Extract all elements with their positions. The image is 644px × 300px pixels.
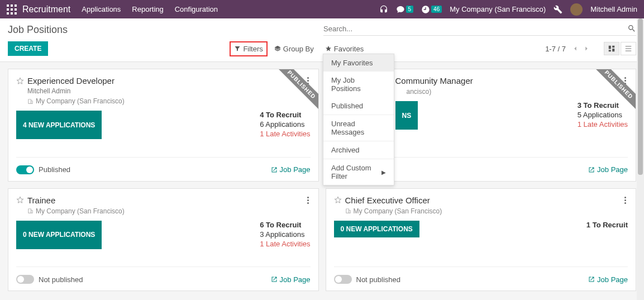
favorites-button[interactable]: Favorites	[325, 45, 364, 53]
building-icon	[345, 208, 351, 214]
new-applications-button[interactable]: 0 NEW APPLICATIONS	[16, 221, 102, 249]
published-toggle[interactable]	[334, 275, 352, 284]
job-page-link[interactable]: Job Page	[588, 275, 628, 284]
apps-icon[interactable]	[7, 4, 17, 15]
chevron-right-icon: ▶	[381, 169, 386, 175]
search-input[interactable]	[323, 25, 627, 33]
filters-dropdown: My Favorites My Job Positions Published …	[323, 54, 394, 185]
favorites-label: Favorites	[334, 45, 364, 53]
debug-icon[interactable]	[554, 5, 562, 14]
published-toggle[interactable]	[16, 275, 34, 284]
svg-rect-15	[626, 51, 632, 51]
filter-my-job-positions[interactable]: My Job Positions	[323, 72, 394, 97]
nav-applications[interactable]: Applications	[82, 5, 121, 13]
add-custom-filter-label: Add Custom Filter	[331, 164, 381, 180]
published-ribbon: PUBLISHED	[591, 69, 636, 114]
filter-published[interactable]: Published	[323, 97, 394, 115]
star-icon	[325, 45, 332, 52]
app-brand[interactable]: Recruitment	[22, 4, 70, 15]
late-activities-stat: 1 Late Activities	[578, 120, 628, 128]
filter-archived[interactable]: Archived	[323, 141, 394, 159]
job-company: My Company (San Francisco)	[27, 97, 306, 105]
layers-icon	[274, 45, 281, 52]
create-button[interactable]: CREATE	[8, 41, 48, 56]
job-card: Chief Executive Officer My Company (San …	[326, 188, 637, 292]
user-name[interactable]: Mitchell Admin	[590, 5, 637, 13]
to-recruit-stat: 6 To Recruit	[260, 221, 310, 229]
external-link-icon	[271, 276, 278, 283]
kanban-view-button[interactable]	[604, 42, 619, 55]
building-icon	[27, 98, 34, 104]
new-applications-button[interactable]: 4 NEW APPLICATIONS	[16, 111, 102, 139]
pager-prev[interactable]	[571, 45, 579, 53]
filters-label: Filters	[243, 45, 263, 53]
pager-next[interactable]	[583, 45, 590, 53]
activity-icon[interactable]: 46	[421, 5, 442, 14]
external-link-icon	[271, 166, 278, 173]
job-card: Trainee My Company (San Francisco) 0 NEW…	[8, 188, 319, 292]
filters-button[interactable]: Filters	[230, 41, 267, 56]
svg-rect-13	[626, 46, 632, 46]
filter-unread-messages[interactable]: Unread Messages	[323, 115, 394, 141]
job-page-link[interactable]: Job Page	[588, 165, 628, 174]
activity-badge: 46	[431, 6, 442, 13]
funnel-icon	[234, 45, 241, 52]
messages-icon[interactable]: 5	[396, 5, 414, 14]
card-more-button[interactable]	[306, 196, 311, 215]
scrollbar-thumb[interactable]	[638, 18, 643, 175]
svg-rect-6	[7, 12, 9, 15]
job-page-link[interactable]: Job Page	[271, 275, 311, 284]
pager-text[interactable]: 1-7 / 7	[545, 45, 566, 53]
groupby-button[interactable]: Group By	[274, 45, 314, 53]
search-icon[interactable]	[627, 24, 636, 33]
add-custom-filter[interactable]: Add Custom Filter ▶	[323, 159, 394, 185]
nav-reporting[interactable]: Reporting	[132, 5, 163, 13]
nav-right: 5 46 My Company (San Francisco) Mitchell…	[379, 3, 637, 16]
list-view-button[interactable]	[621, 42, 636, 55]
job-card: PUBLISHED Experienced Developer Mitchell…	[8, 69, 319, 182]
svg-rect-1	[11, 4, 13, 7]
job-title[interactable]: Trainee	[27, 196, 55, 205]
new-applications-button[interactable]: NS	[395, 101, 418, 130]
job-company: My Company (San Francisco)	[345, 207, 624, 215]
late-activities-stat: 1 Late Activities	[260, 240, 310, 248]
nav-links: Applications Reporting Configuration	[82, 5, 218, 13]
job-owner: Mitchell Admin	[27, 87, 306, 95]
to-recruit-stat: 1 To Recruit	[586, 221, 628, 229]
svg-rect-5	[15, 8, 17, 11]
svg-rect-3	[7, 8, 9, 11]
messages-badge: 5	[406, 6, 414, 13]
groupby-label: Group By	[283, 45, 314, 53]
job-title[interactable]: Experienced Developer	[27, 76, 115, 85]
svg-rect-11	[609, 50, 611, 51]
support-icon[interactable]	[379, 5, 388, 14]
svg-rect-12	[612, 49, 614, 51]
filter-my-favorites[interactable]: My Favorites	[323, 54, 394, 72]
svg-rect-9	[609, 46, 611, 49]
applications-stat: 3 Applications	[260, 230, 310, 239]
nav-configuration[interactable]: Configuration	[175, 5, 218, 13]
external-link-icon	[588, 276, 595, 283]
published-toggle[interactable]	[16, 165, 34, 174]
favorite-star-icon[interactable]	[16, 77, 24, 85]
building-icon	[27, 208, 34, 214]
svg-rect-7	[11, 12, 13, 15]
favorite-star-icon[interactable]	[16, 196, 24, 204]
favorite-star-icon[interactable]	[334, 196, 342, 204]
published-label: Not published	[356, 275, 401, 284]
page-title: Job Positions	[8, 24, 68, 36]
top-nav: Recruitment Applications Reporting Confi…	[0, 0, 644, 18]
avatar[interactable]	[570, 3, 583, 16]
new-applications-button[interactable]: 0 NEW APPLICATIONS	[334, 221, 419, 237]
toolbar: Job Positions CREATE Filters Group By Fa…	[0, 18, 644, 62]
svg-rect-2	[15, 4, 17, 7]
job-title[interactable]: Chief Executive Officer	[345, 196, 430, 205]
card-more-button[interactable]	[623, 196, 628, 215]
job-company: My Company (San Francisco)	[27, 207, 306, 215]
late-activities-stat: 1 Late Activities	[260, 130, 310, 138]
applications-stat: 6 Applications	[260, 120, 310, 128]
company-switcher[interactable]: My Company (San Francisco)	[450, 5, 546, 13]
job-title[interactable]: Community Manager	[395, 76, 473, 85]
scrollbar[interactable]	[637, 18, 644, 300]
job-page-link[interactable]: Job Page	[271, 165, 311, 174]
